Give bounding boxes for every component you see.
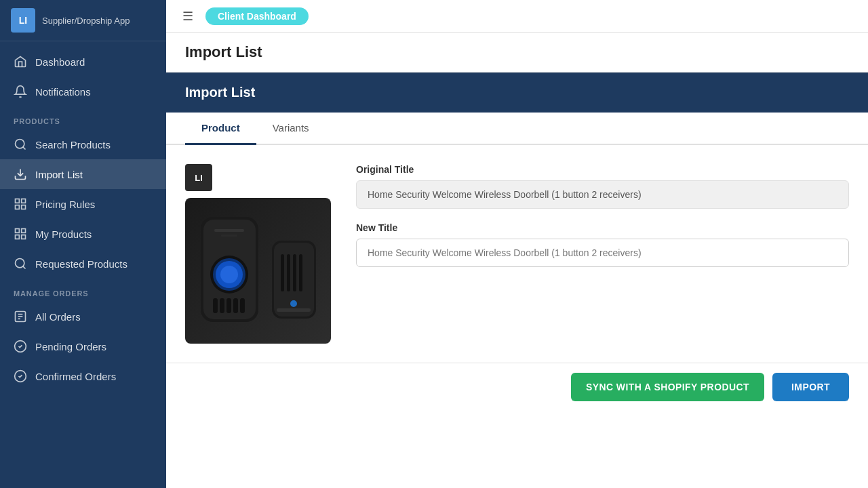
svg-rect-26 <box>221 235 237 237</box>
product-main-image <box>185 198 331 344</box>
sidebar-item-label: Search Products <box>35 139 111 150</box>
svg-point-0 <box>16 140 24 148</box>
sidebar-item-label: Confirmed Orders <box>35 371 116 382</box>
sidebar-item-all-orders[interactable]: All Orders <box>0 302 166 331</box>
grid2-icon <box>14 227 27 241</box>
new-title-group: New Title <box>356 222 849 267</box>
sidebar-item-confirmed-orders[interactable]: Confirmed Orders <box>0 361 166 391</box>
new-title-label: New Title <box>356 222 849 233</box>
sync-shopify-button[interactable]: SYNC WITH A SHOPIFY PRODUCT <box>571 373 764 401</box>
sidebar-item-label: My Products <box>35 228 92 240</box>
logo-text: Supplier/Dropship App <box>42 16 130 26</box>
svg-line-1 <box>23 147 26 150</box>
home-icon <box>14 55 27 68</box>
sidebar-item-label: Import List <box>35 169 83 180</box>
svg-rect-36 <box>293 254 296 291</box>
svg-rect-25 <box>214 229 244 232</box>
svg-rect-28 <box>220 298 224 313</box>
download-icon <box>14 167 27 181</box>
sidebar-item-label: All Orders <box>35 311 81 323</box>
svg-rect-7 <box>16 229 20 233</box>
svg-rect-29 <box>226 298 231 313</box>
logo-abbr: LI <box>19 15 27 26</box>
sidebar-item-label: Pricing Rules <box>35 199 95 210</box>
sidebar-item-label: Dashboard <box>35 56 85 68</box>
svg-rect-5 <box>16 205 20 209</box>
search-icon <box>14 138 27 151</box>
sidebar-item-import-list[interactable]: Import List <box>0 159 166 189</box>
orders-icon <box>14 310 27 323</box>
content-area: Import List Product Variants LI <box>166 73 868 488</box>
product-section: LI <box>166 145 868 363</box>
svg-rect-8 <box>22 229 26 233</box>
sidebar-item-label: Requested Products <box>35 258 127 270</box>
svg-rect-27 <box>213 298 218 313</box>
grid-icon <box>14 197 27 211</box>
sidebar-item-notifications[interactable]: Notifications <box>0 77 166 106</box>
page-title: Import List <box>185 43 849 61</box>
sidebar-item-label: Pending Orders <box>35 341 106 352</box>
svg-rect-10 <box>22 235 26 239</box>
topbar: ☰ Client Dashboard <box>166 0 868 33</box>
product-thumbnail: LI <box>185 164 212 191</box>
tab-product[interactable]: Product <box>185 113 256 145</box>
sidebar-item-pricing-rules[interactable]: Pricing Rules <box>0 189 166 219</box>
sidebar-logo: LI Supplier/Dropship App <box>0 0 166 41</box>
svg-rect-34 <box>281 254 284 291</box>
svg-line-12 <box>23 266 26 269</box>
sidebar-item-requested-products[interactable]: Requested Products <box>0 249 166 279</box>
import-button[interactable]: IMPORT <box>772 373 849 401</box>
sidebar-item-dashboard[interactable]: Dashboard <box>0 47 166 77</box>
original-title-label: Original Title <box>356 164 849 175</box>
new-title-input[interactable] <box>356 239 849 267</box>
menu-toggle-button[interactable]: ☰ <box>180 7 196 25</box>
card-title: Import List <box>185 85 849 100</box>
bottom-action-bar: SYNC WITH A SHOPIFY PRODUCT IMPORT <box>166 363 868 411</box>
check-circle-icon <box>14 340 27 353</box>
client-dashboard-badge[interactable]: Client Dashboard <box>205 7 309 25</box>
sidebar-item-pending-orders[interactable]: Pending Orders <box>0 331 166 361</box>
tabs-bar: Product Variants <box>166 113 868 145</box>
svg-rect-39 <box>277 308 311 312</box>
check-circle2-icon <box>14 369 27 383</box>
search2-icon <box>14 257 27 270</box>
svg-rect-6 <box>22 205 26 209</box>
sidebar-item-my-products[interactable]: My Products <box>0 219 166 249</box>
orders-section-label: MANAGE ORDERS <box>0 279 166 302</box>
svg-rect-30 <box>233 298 238 313</box>
main-content: ☰ Client Dashboard Import List Import Li… <box>166 0 868 488</box>
product-image-col: LI <box>185 164 334 344</box>
original-title-group: Original Title Home Security Welcome Wir… <box>356 164 849 209</box>
page-header: Import List <box>166 33 868 73</box>
svg-point-38 <box>290 300 297 307</box>
logo-box: LI <box>11 8 35 33</box>
sidebar-item-label: Notifications <box>35 86 91 98</box>
svg-rect-37 <box>299 254 302 291</box>
card-header: Import List <box>166 73 868 113</box>
tab-variants[interactable]: Variants <box>256 113 326 145</box>
svg-rect-9 <box>16 235 20 239</box>
svg-rect-31 <box>240 298 245 313</box>
svg-rect-3 <box>16 199 20 203</box>
sidebar-main-nav: Dashboard Notifications PRODUCTS Search … <box>0 41 166 396</box>
doorbell-image <box>194 203 323 339</box>
svg-point-11 <box>16 259 24 268</box>
bell-icon <box>14 85 27 98</box>
sidebar-item-search-products[interactable]: Search Products <box>0 129 166 159</box>
import-list-card: Import List Product Variants LI <box>166 73 868 488</box>
products-section-label: PRODUCTS <box>0 106 166 129</box>
svg-rect-35 <box>287 254 290 291</box>
original-title-value: Home Security Welcome Wireless Doorbell … <box>356 180 849 209</box>
svg-rect-4 <box>22 199 26 203</box>
svg-point-24 <box>220 266 238 283</box>
sidebar: LI Supplier/Dropship App Dashboard Notif… <box>0 0 166 488</box>
product-fields-col: Original Title Home Security Welcome Wir… <box>356 164 849 344</box>
